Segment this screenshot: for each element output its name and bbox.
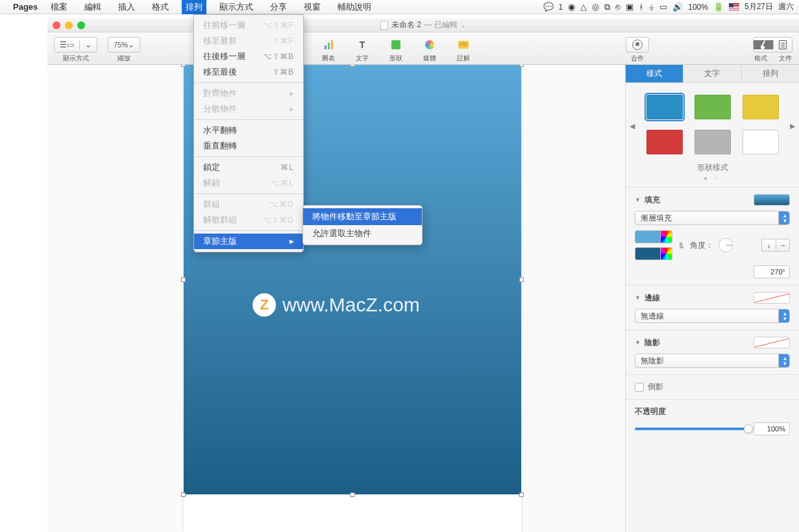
opacity-input[interactable]: 100% [754, 422, 790, 435]
view-button[interactable]: ☰▭⌄ 顯示方式 [54, 37, 97, 63]
menu-help[interactable]: 輔助說明 [334, 0, 375, 14]
text-button[interactable]: T 文字 [350, 37, 374, 63]
dropbox-icon[interactable]: ⧉ [604, 2, 610, 12]
fill-type-value: 漸層填充 [641, 213, 672, 224]
resize-handle-tl[interactable] [181, 65, 186, 67]
style-next-icon[interactable]: ▶ [790, 122, 795, 130]
menu-bring-to-front[interactable]: 移至最前⇧⌘F [194, 33, 303, 49]
menu-format[interactable]: 格式 [148, 0, 173, 14]
app-name[interactable]: Pages [13, 2, 38, 12]
fill-type-select[interactable]: 漸層填充 ▴▾ [635, 211, 790, 225]
comment-button[interactable]: 註解 [452, 37, 475, 63]
menu-flip-horizontal[interactable]: 水平翻轉 [194, 123, 303, 138]
color-swatch-2[interactable] [635, 247, 661, 260]
color-wheel-icon[interactable] [661, 247, 672, 260]
creative-cloud-icon[interactable]: ◉ [568, 2, 575, 12]
style-swatch-2[interactable] [695, 95, 731, 119]
extension-icon[interactable]: ⎋ [615, 2, 621, 12]
fill-disclosure-icon[interactable]: ▼ [635, 197, 641, 203]
style-page-dots: ● ○ [635, 175, 790, 182]
zoom-button[interactable]: 75% ⌄ 縮放 [108, 37, 140, 63]
menu-bring-forward[interactable]: 往前移一層⌥⇧⌘F [194, 18, 303, 33]
color-swatch-1[interactable] [635, 230, 661, 243]
handoff-icon[interactable]: ▣ [626, 2, 633, 12]
reflection-checkbox[interactable] [635, 383, 644, 392]
border-type-select[interactable]: 無邊線 ▴▾ [635, 309, 790, 323]
close-button[interactable] [53, 21, 60, 29]
maximize-button[interactable] [77, 21, 85, 29]
format-button[interactable] [754, 40, 774, 49]
submenu-allow-select-master[interactable]: 允許選取主物件 [303, 225, 422, 242]
media-button[interactable]: 媒體 [418, 37, 441, 63]
resize-handle-t[interactable] [350, 65, 355, 67]
resize-handle-b[interactable] [350, 492, 355, 497]
shadow-type-select[interactable]: 無陰影 ▴▾ [635, 354, 790, 368]
menu-window[interactable]: 視窗 [300, 0, 325, 14]
battery-icon[interactable]: 🔋 [713, 2, 724, 12]
collaborate-button[interactable]: 合作 [626, 37, 649, 63]
bluetooth-icon[interactable]: ᚼ [639, 2, 644, 12]
chart-button[interactable]: 圖表 [317, 37, 340, 63]
color-wheel-icon[interactable] [661, 230, 672, 243]
submenu-move-to-master[interactable]: 將物件移動至章節主版 [303, 208, 422, 225]
swap-colors-icon[interactable]: ⥮ [678, 241, 685, 250]
menubar-date[interactable]: 5月27日 [744, 1, 773, 12]
angle-right-button[interactable]: → [776, 239, 790, 252]
menu-file[interactable]: 檔案 [47, 0, 71, 14]
menubar-day[interactable]: 週六 [778, 1, 794, 12]
fill-preview[interactable] [754, 194, 790, 206]
tab-style[interactable]: 樣式 [626, 65, 683, 82]
angle-input[interactable]: 270° [754, 265, 790, 278]
gradient-color-2[interactable] [635, 247, 672, 260]
minimize-button[interactable] [65, 21, 73, 29]
angle-dial[interactable] [719, 238, 733, 252]
menu-send-backward[interactable]: 往後移一層⌥⇧⌘B [194, 49, 303, 64]
opacity-slider[interactable] [635, 428, 748, 430]
menu-group[interactable]: 群組⌥⌘G [194, 197, 303, 212]
tab-arrange[interactable]: 排列 [742, 65, 799, 82]
menu-align-objects[interactable]: 對齊物件 [194, 86, 303, 101]
tab-text[interactable]: 文字 [683, 65, 741, 82]
title-chevron-icon[interactable]: ⌄ [461, 22, 466, 29]
menu-send-to-back[interactable]: 移至最後⇧⌘B [194, 64, 303, 80]
border-preview[interactable] [754, 292, 790, 304]
menu-unlock[interactable]: 解鎖⌥⌘L [194, 175, 303, 191]
shadow-disclosure-icon[interactable]: ▼ [635, 339, 641, 346]
format-label: 格式 [754, 54, 767, 63]
style-prev-icon[interactable]: ◀ [630, 122, 635, 130]
menu-lock[interactable]: 鎖定⌘L [194, 160, 303, 175]
resize-handle-r[interactable] [519, 278, 524, 282]
canvas-area[interactable]: Z www.MacZ.com [47, 65, 625, 532]
resize-handle-tr[interactable] [519, 65, 524, 67]
menu-distribute-objects[interactable]: 分散物件 [194, 101, 303, 117]
style-swatch-3[interactable] [743, 95, 779, 119]
angle-down-button[interactable]: ↓ [761, 239, 776, 252]
resize-handle-l[interactable] [181, 278, 186, 282]
menu-arrange[interactable]: 排列 [182, 0, 206, 14]
gradient-color-1[interactable] [635, 230, 672, 243]
airplay-icon[interactable]: ▭ [659, 2, 667, 12]
wechat-icon[interactable]: 💬 [543, 2, 554, 12]
menu-ungroup[interactable]: 解散群組⌥⇧⌘G [194, 212, 303, 228]
line-icon[interactable]: ◎ [592, 2, 599, 12]
menu-insert[interactable]: 插入 [114, 0, 139, 14]
document-button[interactable] [774, 40, 792, 49]
border-disclosure-icon[interactable]: ▼ [635, 295, 641, 301]
style-swatch-1[interactable] [646, 95, 683, 119]
style-swatch-5[interactable] [695, 130, 731, 154]
menu-section-master[interactable]: 章節主版 [194, 234, 303, 249]
style-swatch-4[interactable] [646, 130, 683, 154]
menu-edit[interactable]: 編輯 [80, 0, 105, 14]
menu-flip-vertical[interactable]: 垂直翻轉 [194, 138, 303, 154]
input-source-flag-icon[interactable] [729, 3, 739, 10]
volume-icon[interactable]: 🔊 [672, 2, 683, 12]
google-drive-icon[interactable]: △ [580, 2, 587, 12]
resize-handle-br[interactable] [519, 492, 524, 497]
shape-button[interactable]: 形狀 [384, 37, 408, 63]
resize-handle-bl[interactable] [181, 492, 186, 497]
menu-share[interactable]: 分享 [266, 0, 291, 14]
wifi-icon[interactable]: ⏚ [649, 2, 654, 12]
shadow-preview[interactable] [754, 337, 790, 348]
style-swatch-6[interactable] [743, 130, 779, 154]
menu-view[interactable]: 顯示方式 [215, 0, 257, 14]
